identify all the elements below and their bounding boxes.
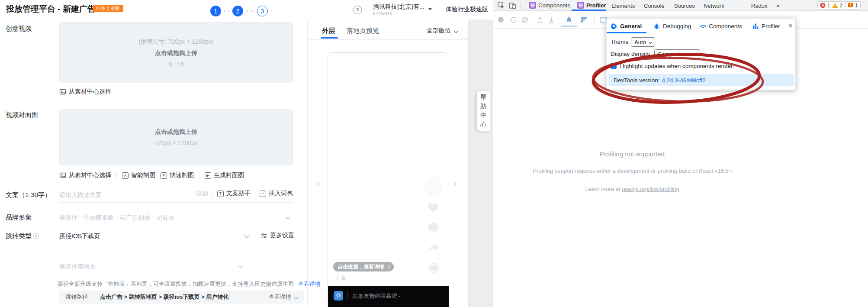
chevron-down-icon[interactable] — [238, 263, 243, 268]
copy-assistant-button[interactable]: T 文案助手 — [217, 190, 251, 197]
device-toolbar-icon[interactable] — [509, 2, 516, 9]
jump-type-select[interactable]: 蹊径IOS下载页 — [59, 233, 100, 240]
load-profile-button[interactable] — [537, 16, 543, 23]
generate-cover-link[interactable]: ▶ 生成封面图 — [205, 171, 244, 179]
ad-platform-window: 投放管理平台 - 新建广告 行业专业版 1 2 3 ? 腾讯科技(北京)有...… — [0, 0, 493, 307]
insert-wordpack-button[interactable]: + 插入词包 — [260, 190, 293, 197]
display-density-label: Display density — [611, 51, 650, 57]
account-name[interactable]: 腾讯科技(北京)有... — [373, 3, 424, 11]
issues-badge[interactable]: 1 — [845, 1, 861, 10]
cover-material-center-link[interactable]: 从素材中心选择 — [59, 171, 111, 179]
error-warning-badges[interactable]: 1 2 — [817, 1, 845, 10]
landing-page-select[interactable]: 请选择落地页 — [59, 263, 96, 271]
placement-select[interactable]: 全部版位 — [427, 27, 458, 35]
step-2[interactable]: 2 — [232, 6, 243, 16]
tab-console[interactable]: Console — [644, 3, 665, 9]
video-ratio-hint: 9 : 16 — [168, 61, 183, 68]
tab-network[interactable]: Network — [704, 3, 724, 9]
danmaku-input[interactable]: 发条友善的弹幕吧~ — [352, 292, 401, 300]
quick-image-link[interactable]: P 快速制图 — [161, 171, 194, 179]
copy-tools: 0/30 T 文案助手 + 插入词包 — [189, 190, 293, 197]
devtools-version-link[interactable]: 4.24.3-46a98cff2 — [662, 77, 706, 84]
settings-tab-profiler[interactable]: Profiler — [753, 23, 780, 29]
flamegraph-active-underline — [561, 26, 577, 27]
more-panel-icon[interactable] — [428, 262, 439, 274]
smart-image-link[interactable]: A 智能制图 — [122, 171, 155, 179]
react-logo-icon — [529, 2, 536, 9]
danmaku-icon[interactable]: 弹 — [334, 291, 343, 301]
like-icon[interactable] — [427, 202, 439, 213]
profiler-message-title: Profiling not supported. — [493, 150, 773, 158]
input-underline — [59, 274, 252, 274]
insert-icon: + — [260, 191, 266, 197]
divider — [367, 4, 367, 16]
tab-redux[interactable]: Redux — [751, 3, 768, 9]
panel-divider — [307, 19, 308, 307]
phone-preview: 点击这里，查看详情 广告 弹 发条友善的弹幕吧~ — [328, 52, 449, 307]
note-detail-link[interactable]: 查看详情 — [298, 281, 321, 287]
more-tabs-button[interactable]: » — [776, 2, 779, 9]
next-arrow[interactable]: › — [453, 178, 457, 190]
page-title: 投放管理平台 - 新建广告 — [6, 3, 96, 15]
video-material-center-link[interactable]: 从素材中心选择 — [59, 88, 111, 96]
chevron-down-icon[interactable] — [244, 233, 249, 238]
prev-arrow[interactable]: ‹ — [317, 178, 320, 190]
save-profile-button[interactable] — [548, 16, 555, 23]
chevron-down-icon[interactable] — [286, 214, 290, 219]
edition-badge: 行业专业版 — [93, 5, 123, 12]
gutter — [468, 19, 493, 307]
help-center-tab[interactable]: 帮 助 中 心 — [477, 91, 490, 131]
clear-button[interactable] — [521, 16, 528, 23]
close-icon[interactable]: × — [788, 22, 793, 30]
devtools-settings-popup: General Debugging <> Components Profiler… — [606, 18, 796, 90]
profiler-message-subtitle: Profiling support requires either a deve… — [493, 168, 773, 174]
help-icon[interactable]: ? — [353, 6, 362, 14]
tab-sources[interactable]: Sources — [674, 3, 695, 9]
step-3[interactable]: 3 — [257, 6, 268, 16]
record-button[interactable] — [498, 17, 504, 23]
profiling-docs-link[interactable]: reactjs.org/link/profiling — [622, 186, 679, 192]
theme-label: Theme — [611, 39, 629, 45]
video-upload-dropzone[interactable]: (推荐尺寸: 720px × 1280px) 点击或拖拽上传 9 : 16 — [59, 22, 293, 83]
jump-path-label: 跳转路径 — [65, 293, 88, 301]
settings-tab-general[interactable]: General — [611, 23, 642, 29]
copy-input[interactable]: 请输入描述文案 — [59, 191, 102, 199]
step-1[interactable]: 1 — [210, 6, 221, 16]
tab-outer-layer[interactable]: 外层 — [322, 27, 335, 35]
ranked-chart-icon[interactable] — [580, 17, 587, 23]
issues-icon — [848, 3, 853, 8]
brand-select[interactable]: 请选择一个品牌形象，与广告创意一起展示 — [59, 214, 174, 222]
theme-select[interactable]: Auto — [631, 37, 655, 47]
inspect-element-icon[interactable] — [498, 2, 505, 9]
more-settings-button[interactable]: 更多设置 — [261, 232, 294, 239]
settings-tab-debugging[interactable]: Debugging — [653, 23, 691, 29]
flamegraph-tab-icon[interactable] — [565, 16, 573, 24]
tab-profiler[interactable]: Profiler — [577, 2, 606, 9]
express-version-link[interactable]: 体验行业极速版 — [446, 6, 488, 13]
brand-label: 品牌形象 — [6, 213, 32, 222]
account-caret-icon[interactable] — [428, 8, 432, 10]
jump-type-help-icon[interactable]: ? — [33, 233, 39, 239]
cover-upload-dropzone[interactable]: 点击或拖拽上传 720px × 1280px — [59, 109, 293, 165]
chevron-right-icon — [386, 265, 390, 268]
jump-path-detail-link[interactable]: 查看详情 — [269, 293, 298, 301]
screenshot-root: 投放管理平台 - 新建广告 行业专业版 1 2 3 ? 腾讯科技(北京)有...… — [0, 0, 868, 307]
avatar[interactable] — [424, 177, 442, 194]
highlight-updates-label: Highlight updates when components render… — [620, 63, 734, 69]
cta-pill[interactable]: 点击这里，查看详情 — [333, 262, 394, 271]
highlight-updates-checkbox[interactable]: ✓ — [611, 63, 617, 69]
reload-button[interactable] — [510, 16, 517, 23]
share-icon[interactable] — [427, 242, 440, 252]
code-icon: <> — [700, 23, 706, 29]
react-logo-icon — [577, 2, 584, 9]
display-density-select[interactable]: Compact — [654, 49, 700, 59]
char-counter: 0/30 — [196, 190, 208, 197]
text-icon: T — [217, 191, 224, 197]
settings-tab-components[interactable]: <> Components — [700, 23, 742, 29]
jump-type-label: 跳转类型 — [6, 232, 32, 240]
comment-icon[interactable] — [427, 222, 439, 234]
devtools-tabbar: Components Profiler Elements Console Sou… — [493, 0, 868, 11]
tab-components[interactable]: Components — [529, 2, 570, 9]
tab-landing-preview[interactable]: 落地页预览 — [347, 27, 379, 35]
tab-elements[interactable]: Elements — [611, 3, 635, 9]
